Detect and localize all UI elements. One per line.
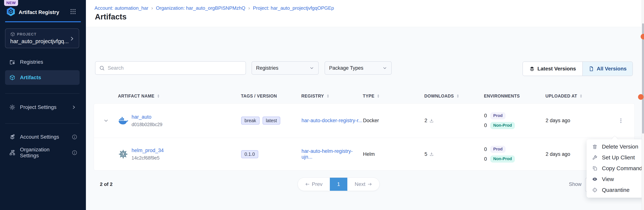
column-header-tags-version: TAGS / VERSION [241,94,301,99]
sidebar-item-artifacts[interactable]: Artifacts [5,70,80,85]
trash-icon [592,144,598,149]
wrench-icon [592,155,598,160]
app-title: Artifact Registry [19,9,59,15]
breadcrumb: Account: automation_har › Organization: … [94,5,334,11]
column-header-artifact-name[interactable]: ARTIFACT NAME [118,94,241,99]
nonprod-count: 0 [484,123,487,128]
registries-filter-dropdown[interactable]: Registries [252,61,319,75]
sort-icon[interactable] [579,94,583,98]
eye-icon [592,176,598,182]
column-header-downloads[interactable]: DOWNLOADS [424,94,484,99]
column-header-registry[interactable]: REGISTRY [301,94,363,99]
nonprod-badge: Non-Prod [490,155,515,163]
latest-versions-button[interactable]: Latest Versions [523,62,582,76]
table-row: HELM helm_prod_34 14c2cf68f9e5 0.1.0 har… [94,138,634,170]
latest-versions-label: Latest Versions [538,66,576,72]
prev-page-button[interactable]: Prev [298,178,330,191]
tag-chip: latest [262,117,280,125]
project-name: har_auto_projectjvfgq... [10,38,75,44]
sidebar-item-registries[interactable]: Registries [5,55,80,69]
artifacts-table: har_auto d018b028bc29 break latest har-a… [94,103,635,171]
prod-count: 0 [484,147,487,152]
org-chart-gear-icon [9,149,16,156]
artifact-type: Helm [363,151,424,157]
info-icon [72,134,77,140]
chevron-down-icon [382,66,387,70]
sidebar-item-label: Project Settings [20,104,56,110]
main-area: Account: automation_har › Organization: … [86,0,644,210]
annotation-marker-dot [638,94,644,100]
breadcrumb-account-link[interactable]: Account: automation_har [94,5,148,11]
helm-icon: HELM [118,149,128,159]
arrow-right-icon [367,182,372,187]
menu-item-view[interactable]: View [586,174,644,185]
search-icon [99,65,105,71]
download-icon [429,152,434,157]
table-row: har_auto d018b028bc29 break latest har-a… [94,103,634,138]
sort-icon[interactable] [376,94,380,98]
sort-icon[interactable] [156,94,160,98]
menu-item-copy-command[interactable]: Copy Command [586,163,644,174]
sidebar-item-project-settings[interactable]: Project Settings [5,100,80,115]
page-number-button[interactable]: 1 [330,178,347,191]
sidebar-item-account-settings[interactable]: Account Settings [5,130,80,144]
search-input-container [95,61,246,75]
project-cube-icon [10,32,15,37]
sidebar-divider [5,93,80,94]
breadcrumb-project-link[interactable]: Project: har_auto_projectjvfgqOPGEp [253,5,334,11]
info-icon [72,150,77,155]
version-chip: 0.1.0 [241,150,258,158]
sort-icon[interactable] [326,94,330,98]
row-actions-context-menu: Delete Version Set Up Client Copy Comman… [586,139,644,198]
package-types-filter-dropdown[interactable]: Package Types [324,61,392,75]
page-title: Artifacts [95,12,126,21]
sidebar: NEW Artifact Registry [0,0,86,210]
artifact-name-link[interactable]: helm_prod_34 [132,148,164,153]
quarantine-icon [592,187,598,193]
row-actions-kebab-icon[interactable] [607,118,634,124]
chevron-down-icon [309,66,314,70]
artifact-registry-logo-icon [6,6,16,17]
svg-text:HELM: HELM [121,154,125,155]
artifact-digest: d018b028bc29 [132,122,162,127]
sidebar-item-label: Registries [20,59,43,65]
nonprod-badge: Non-Prod [490,122,515,129]
version-view-toggle: Latest Versions All Versions [522,61,633,76]
project-selector[interactable]: PROJECT har_auto_projectjvfgq... [5,28,79,48]
sidebar-item-organization-settings[interactable]: Organization Settings [5,145,80,160]
docker-icon [118,116,128,126]
chevron-right-icon [69,36,75,42]
gear-icon [9,104,16,111]
search-input[interactable] [108,65,242,71]
next-page-button[interactable]: Next [347,178,380,191]
arrow-left-icon [305,182,310,187]
table-header-row: ARTIFACT NAME TAGS / VERSION REGISTRY TY… [94,89,635,103]
scrollbar-thumb[interactable] [642,23,644,134]
breadcrumb-organization-link[interactable]: Organization: har_auto_orgBPiSNPMzhQ [156,5,246,11]
artifact-digest: 14c2cf68f9e5 [132,155,164,161]
column-header-type[interactable]: TYPE [363,94,424,99]
show-page-size-label: Show [569,181,582,187]
column-header-uploaded-at[interactable]: UPLOADED AT [546,94,607,99]
menu-item-set-up-client[interactable]: Set Up Client [586,152,644,163]
tag-chip: break [241,117,260,125]
vertical-scrollbar[interactable] [642,0,644,210]
artifact-name-link[interactable]: har_auto [132,114,162,120]
menu-item-delete-version[interactable]: Delete Version [586,141,644,152]
registries-folder-icon [9,59,16,65]
page-header: Account: automation_har › Organization: … [86,0,644,27]
prod-count: 0 [484,113,487,119]
menu-item-quarantine[interactable]: Quarantine [586,185,644,195]
sort-icon[interactable] [456,94,460,98]
row-expander-chevron-icon[interactable] [94,118,118,124]
all-versions-button[interactable]: All Versions [582,62,632,76]
sidebar-item-label: Artifacts [20,74,41,80]
file-icon [588,66,594,72]
copy-icon [592,166,598,171]
registry-link[interactable]: har-auto-helm-registry-ujn... [302,148,353,160]
app-switcher-grid-icon[interactable] [70,8,76,15]
new-badge: NEW [4,0,18,6]
registry-link[interactable]: har-auto-docker-registry-r... [302,118,362,123]
content-area: Registries Package Types [86,27,644,210]
sidebar-divider [5,123,80,124]
